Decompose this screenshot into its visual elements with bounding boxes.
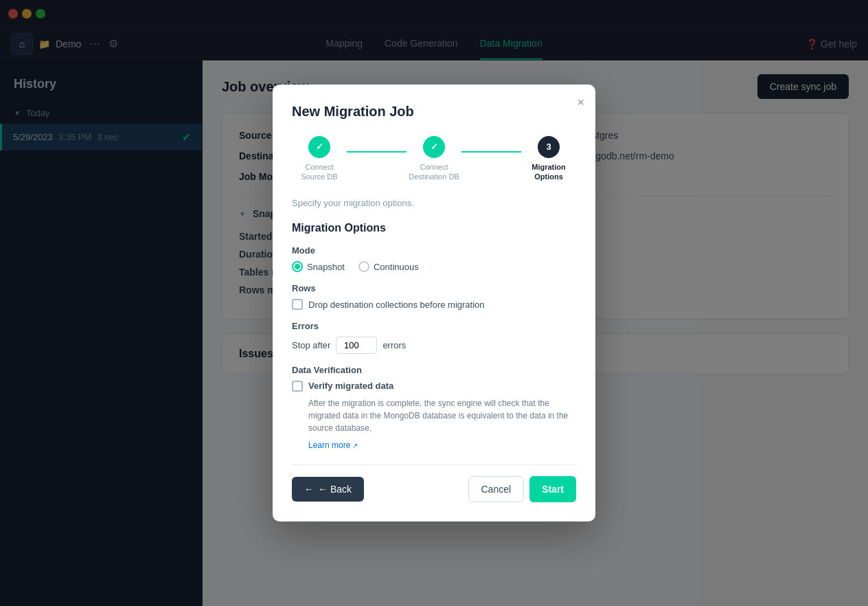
mode-label: Mode <box>292 245 576 256</box>
errors-label: Errors <box>292 321 576 331</box>
continuous-radio-dot <box>358 261 369 272</box>
new-migration-job-modal: × New Migration Job ✓ ConnectSource DB ✓… <box>273 85 595 522</box>
continuous-radio-label: Continuous <box>374 262 419 272</box>
modal-footer: ← ← Back Cancel Start <box>292 464 576 502</box>
step-1-circle: ✓ <box>308 136 330 158</box>
step-2-circle: ✓ <box>423 136 445 158</box>
modal-close-button[interactable]: × <box>577 96 584 110</box>
modal-overlay: × New Migration Job ✓ ConnectSource DB ✓… <box>0 0 868 606</box>
data-verification-label: Data Verification <box>292 365 576 375</box>
back-button[interactable]: ← ← Back <box>292 477 364 502</box>
drop-collections-checkbox[interactable] <box>292 299 303 310</box>
modal-subtitle: Specify your migration options. <box>292 198 576 208</box>
step-1-label: ConnectSource DB <box>301 162 337 182</box>
external-link-icon: ↗ <box>352 442 358 449</box>
errors-section: Errors Stop after errors <box>292 321 576 354</box>
verify-data-checkbox[interactable] <box>292 381 303 392</box>
snapshot-radio[interactable]: Snapshot <box>292 261 345 272</box>
verify-label: Verify migrated data <box>308 381 393 391</box>
step-1-connect-source: ✓ ConnectSource DB <box>292 136 347 182</box>
step-3-circle: 3 <box>538 136 560 158</box>
stop-after-row: Stop after errors <box>292 337 576 354</box>
rows-section: Rows Drop destination collections before… <box>292 283 576 310</box>
learn-more-link[interactable]: Learn more ↗ <box>308 440 358 450</box>
back-arrow-icon: ← <box>304 484 314 495</box>
step-2-connect-destination: ✓ ConnectDestination DB <box>407 136 461 182</box>
step-3-migration-options: 3 MigrationOptions <box>521 136 576 182</box>
continuous-radio[interactable]: Continuous <box>358 261 419 272</box>
footer-right: Cancel Start <box>468 476 577 502</box>
cancel-button[interactable]: Cancel <box>468 476 525 502</box>
stop-after-label: Stop after <box>292 340 330 350</box>
verify-description: After the migration is complete, the syn… <box>308 397 576 434</box>
start-button[interactable]: Start <box>529 476 576 502</box>
rows-label: Rows <box>292 283 576 293</box>
drop-collections-row: Drop destination collections before migr… <box>292 299 576 310</box>
drop-collections-label: Drop destination collections before migr… <box>308 300 485 310</box>
snapshot-radio-label: Snapshot <box>307 262 345 272</box>
modal-title: New Migration Job <box>292 104 576 120</box>
verify-migrated-data-row: Verify migrated data <box>292 381 576 392</box>
step-2-label: ConnectDestination DB <box>409 162 459 182</box>
mode-radio-group: Snapshot Continuous <box>292 261 576 272</box>
data-verification-section: Data Verification Verify migrated data A… <box>292 365 576 451</box>
step-connector-2 <box>461 151 521 153</box>
stepper: ✓ ConnectSource DB ✓ ConnectDestination … <box>292 136 576 182</box>
stop-after-input[interactable] <box>336 337 377 354</box>
learn-more-label: Learn more <box>308 440 350 450</box>
step-connector-1 <box>347 151 407 153</box>
migration-options-title: Migration Options <box>292 222 576 234</box>
errors-suffix: errors <box>382 340 406 350</box>
step-3-label: MigrationOptions <box>532 162 566 182</box>
snapshot-radio-dot <box>292 261 303 272</box>
back-label: ← Back <box>318 484 352 495</box>
